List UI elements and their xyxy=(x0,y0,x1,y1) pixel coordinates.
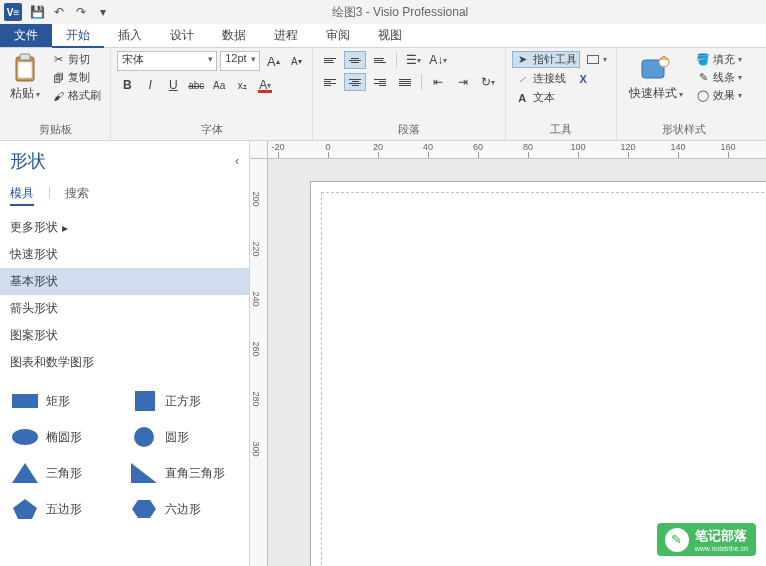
grow-font-button[interactable]: A▴ xyxy=(263,51,283,71)
shapes-tab-search[interactable]: 搜索 xyxy=(65,185,89,206)
rotate-text-button[interactable]: ↻ xyxy=(477,73,499,91)
tools-group-label: 工具 xyxy=(512,120,610,140)
hexagon-icon xyxy=(129,498,159,520)
pen-icon: ✎ xyxy=(696,71,710,85)
cut-label: 剪切 xyxy=(68,52,90,67)
horizontal-ruler: -20020406080100120140160180200 xyxy=(268,141,766,159)
save-button[interactable]: 💾 xyxy=(26,1,48,23)
tab-view[interactable]: 视图 xyxy=(364,24,416,47)
quick-styles-icon xyxy=(640,53,672,83)
effects-button[interactable]: ◯ 效果 xyxy=(693,87,745,104)
vertical-ruler: 200220240260280300 xyxy=(250,159,268,566)
align-left-button[interactable] xyxy=(319,73,341,91)
italic-button[interactable]: I xyxy=(140,75,160,95)
shape-rect[interactable]: 矩形 xyxy=(8,386,123,416)
tab-design[interactable]: 设计 xyxy=(156,24,208,47)
bold-button[interactable]: B xyxy=(117,75,137,95)
shapes-cat-charts[interactable]: 图表和数学图形 xyxy=(0,349,249,376)
shapes-cat-quick[interactable]: 快速形状 xyxy=(0,241,249,268)
fill-button[interactable]: 🪣 填充 xyxy=(693,51,745,68)
align-right-button[interactable] xyxy=(369,73,391,91)
copy-button[interactable]: 🗐 复制 xyxy=(48,69,104,86)
pencil-icon: ✎ xyxy=(665,528,689,552)
triangle-icon xyxy=(10,462,40,484)
undo-button[interactable]: ↶ xyxy=(48,1,70,23)
font-name-select[interactable]: 宋体 xyxy=(117,51,217,71)
align-justify-button[interactable] xyxy=(394,73,416,91)
tab-data[interactable]: 数据 xyxy=(208,24,260,47)
cut-button[interactable]: ✂ 剪切 xyxy=(48,51,104,68)
drawing-page[interactable] xyxy=(310,181,766,566)
watermark: ✎ 笔记部落 www.notetribe.cn xyxy=(657,523,756,556)
shrink-font-button[interactable]: A▾ xyxy=(286,51,306,71)
clipboard-icon xyxy=(11,53,39,83)
bucket-icon: 🪣 xyxy=(696,53,710,67)
shape-triangle[interactable]: 三角形 xyxy=(8,458,123,488)
svg-rect-2 xyxy=(18,62,32,78)
chevron-right-icon: ▸ xyxy=(62,221,68,235)
line-button[interactable]: ✎ 线条 xyxy=(693,69,745,86)
tab-home[interactable]: 开始 xyxy=(52,24,104,47)
shape-hexagon[interactable]: 六边形 xyxy=(127,494,242,524)
shapes-more[interactable]: 更多形状▸ xyxy=(0,214,249,241)
subscript-button[interactable]: x₂ xyxy=(232,75,252,95)
rectangle-tool-button[interactable] xyxy=(584,51,610,68)
text-tool-button[interactable]: A 文本 xyxy=(512,89,610,106)
font-color-button[interactable]: A xyxy=(255,75,275,95)
rtriangle-icon xyxy=(129,462,159,484)
increase-indent-button[interactable]: ⇥ xyxy=(452,73,474,91)
font-size-select[interactable]: 12pt xyxy=(220,51,260,71)
connector-tool-button[interactable]: ⟋ 连接线 xyxy=(512,70,569,87)
copy-icon: 🗐 xyxy=(51,71,65,85)
shape-pentagon[interactable]: 五边形 xyxy=(8,494,123,524)
shape-ellipse[interactable]: 椭圆形 xyxy=(8,422,123,452)
shape-circle[interactable]: 圆形 xyxy=(127,422,242,452)
svg-rect-6 xyxy=(135,391,155,411)
effects-icon: ◯ xyxy=(696,89,710,103)
x-icon: X xyxy=(576,72,590,86)
shapes-cat-patterns[interactable]: 图案形状 xyxy=(0,322,249,349)
square-icon xyxy=(129,390,159,412)
tab-insert[interactable]: 插入 xyxy=(104,24,156,47)
tab-review[interactable]: 审阅 xyxy=(312,24,364,47)
decrease-indent-button[interactable]: ⇤ xyxy=(427,73,449,91)
quick-styles-button[interactable]: 快速样式 xyxy=(623,51,689,120)
align-center-button[interactable] xyxy=(344,73,366,91)
font-group-label: 字体 xyxy=(117,120,306,140)
clipboard-group-label: 剪贴板 xyxy=(6,120,104,140)
tab-process[interactable]: 进程 xyxy=(260,24,312,47)
circle-icon xyxy=(129,426,159,448)
pointer-tool-button[interactable]: ➤ 指针工具 xyxy=(512,51,580,68)
scissors-icon: ✂ xyxy=(51,53,65,67)
shape-rtriangle[interactable]: 直角三角形 xyxy=(127,458,242,488)
shapes-cat-basic[interactable]: 基本形状 xyxy=(0,268,249,295)
paste-button[interactable]: 粘贴 xyxy=(6,51,44,120)
shapes-cat-arrows[interactable]: 箭头形状 xyxy=(0,295,249,322)
pointer-icon: ➤ xyxy=(515,53,529,67)
svg-rect-5 xyxy=(12,394,38,408)
shapes-tab-stencil[interactable]: 模具 xyxy=(10,185,34,206)
align-middle-button[interactable] xyxy=(344,51,366,69)
text-icon: A xyxy=(515,91,529,105)
svg-rect-1 xyxy=(20,54,30,60)
shape-square[interactable]: 正方形 xyxy=(127,386,242,416)
qat-customize[interactable]: ▾ xyxy=(92,1,114,23)
brush-icon: 🖌 xyxy=(51,89,65,103)
styles-group-label: 形状样式 xyxy=(623,120,745,140)
underline-button[interactable]: U xyxy=(163,75,183,95)
align-top-button[interactable] xyxy=(319,51,341,69)
collapse-shapes-icon[interactable]: ‹ xyxy=(235,154,239,168)
paragraph-group-label: 段落 xyxy=(319,120,499,140)
paste-label: 粘贴 xyxy=(10,85,40,102)
connection-point-button[interactable]: X xyxy=(573,70,593,87)
tab-file[interactable]: 文件 xyxy=(0,24,52,47)
strike-button[interactable]: abc xyxy=(186,75,206,95)
text-direction-button[interactable]: A↓ xyxy=(427,51,449,69)
redo-button[interactable]: ↷ xyxy=(70,1,92,23)
bullets-button[interactable]: ☰ xyxy=(402,51,424,69)
format-painter-label: 格式刷 xyxy=(68,88,101,103)
format-painter-button[interactable]: 🖌 格式刷 xyxy=(48,87,104,104)
change-case-button[interactable]: Aa xyxy=(209,75,229,95)
align-bottom-button[interactable] xyxy=(369,51,391,69)
svg-marker-11 xyxy=(13,499,37,519)
